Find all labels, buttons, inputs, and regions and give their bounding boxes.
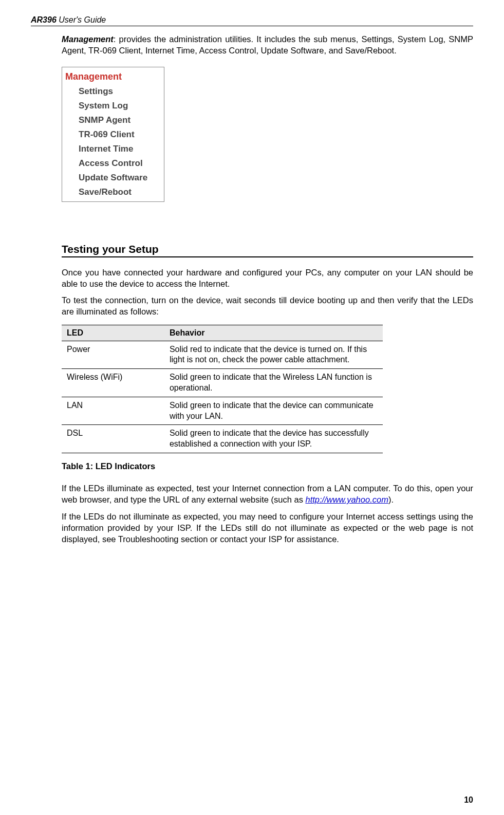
- para3-pre: If the LEDs illuminate as expected, test…: [62, 484, 473, 504]
- menu-item-internet-time: Internet Time: [64, 142, 148, 156]
- menu-item-tr069-client: TR-069 Client: [64, 127, 148, 142]
- menu-title: Management: [64, 69, 148, 84]
- cell-led: Wireless (WiFi): [62, 369, 164, 397]
- cell-behavior: Solid green to indicate that the Wireles…: [164, 369, 383, 397]
- page-number: 10: [464, 795, 473, 805]
- page-header: AR396 User's Guide: [31, 15, 473, 26]
- section-rule: [62, 256, 473, 257]
- menu-item-system-log: System Log: [64, 99, 148, 113]
- paragraph-leds-unexpected: If the LEDs do not illuminate as expecte…: [62, 511, 473, 545]
- table-row: Power Solid red to indicate that the dev…: [62, 341, 383, 369]
- header-title: AR396 User's Guide: [31, 15, 106, 25]
- cell-behavior: Solid red to indicate that the device is…: [164, 341, 383, 369]
- menu-item-settings: Settings: [64, 84, 148, 99]
- table-header-row: LED Behavior: [62, 325, 383, 341]
- menu-item-access-control: Access Control: [64, 156, 148, 171]
- cell-led: Power: [62, 341, 164, 369]
- menu-item-update-software: Update Software: [64, 171, 148, 185]
- intro-text: : provides the administration utilities.…: [62, 34, 473, 55]
- cell-behavior: Solid green to indicate that the device …: [164, 397, 383, 425]
- menu-item-snmp-agent: SNMP Agent: [64, 113, 148, 127]
- paragraph-connected: Once you have connected your hardware an…: [62, 267, 473, 290]
- page-content: Management: provides the administration …: [62, 33, 473, 545]
- product-code: AR396: [31, 15, 57, 24]
- table-row: DSL Solid green to indicate that the dev…: [62, 425, 383, 453]
- cell-led: LAN: [62, 397, 164, 425]
- cell-led: DSL: [62, 425, 164, 453]
- table-caption: Table 1: LED Indicators: [62, 461, 473, 471]
- table-row: LAN Solid green to indicate that the dev…: [62, 397, 383, 425]
- led-table: LED Behavior Power Solid red to indicate…: [62, 325, 383, 453]
- intro-keyword: Management: [62, 34, 114, 44]
- menu-item-save-reboot: Save/Reboot: [64, 185, 148, 199]
- header-subtitle: User's Guide: [59, 15, 106, 24]
- section-heading: Testing your Setup: [62, 243, 473, 255]
- paragraph-test-connection: To test the connection, turn on the devi…: [62, 294, 473, 318]
- th-behavior: Behavior: [164, 325, 383, 341]
- management-menu-figure: Management Settings System Log SNMP Agen…: [62, 67, 164, 202]
- intro-paragraph: Management: provides the administration …: [62, 33, 473, 57]
- para3-post: ).: [388, 495, 394, 504]
- table-row: Wireless (WiFi) Solid green to indicate …: [62, 369, 383, 397]
- paragraph-leds-expected: If the LEDs illuminate as expected, test…: [62, 483, 473, 506]
- th-led: LED: [62, 325, 164, 341]
- external-link[interactable]: http://www.yahoo.com: [305, 495, 388, 504]
- cell-behavior: Solid green to indicate that the device …: [164, 425, 383, 453]
